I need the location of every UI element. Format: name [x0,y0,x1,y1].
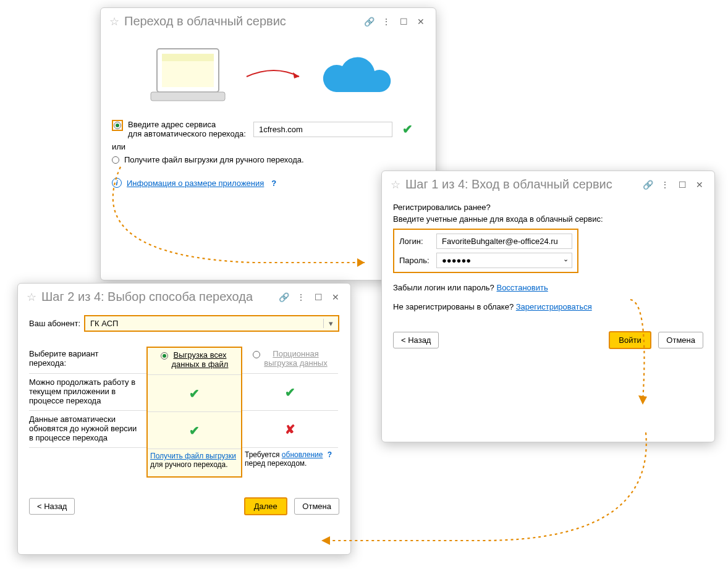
check-icon: ✔ [189,386,200,401]
forgot-text: Забыли логин или пароль? [393,283,494,292]
not-registered-text: Не зарегистрированы в облаке? [393,302,514,311]
option-portion-link[interactable]: Порционнаявыгрузка данных [264,349,327,371]
registered-question: Регистрировались ранее? [393,203,703,212]
maximize-icon[interactable]: ☐ [397,17,410,27]
choose-variant-label: Выберите вариантперехода: [29,347,146,374]
option-full-link[interactable]: Выгрузка всехданных в файл [172,350,229,372]
back-button[interactable]: < Назад [29,498,75,515]
svg-marker-4 [293,72,299,78]
maximize-icon[interactable]: ☐ [676,180,688,190]
star-icon[interactable]: ☆ [109,15,119,28]
close-icon[interactable]: ✕ [329,292,342,302]
radio-auto-highlight [112,120,123,131]
radio-manual[interactable] [112,156,119,164]
option-full-export[interactable]: Выгрузка всехданных в файл ✔ ✔ Получить … [146,347,242,478]
titlebar: ☆ Шаг 2 из 4: Выбор способа перехода 🔗 ⋮… [18,284,350,310]
update-link[interactable]: обновление [282,450,323,459]
cloud-icon [318,49,392,104]
titlebar: ☆ Шаг 1 из 4: Вход в облачный сервис 🔗 ⋮… [382,171,714,198]
maximize-icon[interactable]: ☐ [312,292,324,302]
radio-auto[interactable] [114,122,121,129]
cross-icon: ✘ [285,422,295,437]
chevron-down-icon[interactable]: ▾ [323,319,333,328]
row1-label: Можно продолжать работу втекущем приложе… [29,374,146,411]
window-step1-login: ☆ Шаг 1 из 4: Вход в облачный сервис 🔗 ⋮… [381,171,715,442]
svg-rect-2 [162,54,214,61]
radio-auto-label: Введите адрес сервиса для автоматическог… [128,120,248,138]
abonent-select[interactable]: ГК АСП ▾ [84,315,339,332]
info-icon: i [112,178,122,188]
star-icon[interactable]: ☆ [391,178,400,192]
register-link[interactable]: Зарегистрироваться [516,302,592,311]
radio-full-export[interactable] [161,352,168,360]
window-title: Шаг 1 из 4: Вход в облачный сервис [405,177,637,192]
svg-rect-3 [151,92,225,101]
window-title: Переход в облачный сервис [124,14,358,28]
credentials-box: Логин: Пароль: ⌄ [393,229,578,273]
cancel-button[interactable]: Отмена [294,498,339,515]
service-address-input[interactable] [253,122,392,137]
reveal-password-icon[interactable]: ⌄ [563,255,569,263]
close-icon[interactable]: ✕ [693,180,706,190]
menu-icon[interactable]: ⋮ [659,180,671,190]
cancel-button[interactable]: Отмена [658,332,703,348]
window-step2-method: ☆ Шаг 2 из 4: Выбор способа перехода 🔗 ⋮… [17,283,351,555]
check-icon: ✔ [285,385,295,400]
link-icon[interactable]: 🔗 [641,180,654,190]
check-icon: ✔ [402,122,413,137]
titlebar: ☆ Переход в облачный сервис 🔗 ⋮ ☐ ✕ [101,8,436,35]
back-button[interactable]: < Назад [393,332,439,348]
option-portion-export[interactable]: Порционнаявыгрузка данных ✔ ✘ Требуется … [242,347,338,478]
laptop-icon [145,46,231,107]
close-icon[interactable]: ✕ [415,17,427,27]
app-size-info-link[interactable]: Информация о размере приложения [127,179,264,188]
link-icon[interactable]: 🔗 [277,292,290,302]
link-icon[interactable]: 🔗 [363,17,375,27]
restore-link[interactable]: Восстановить [496,283,548,292]
help-icon[interactable]: ? [271,179,276,188]
radio-manual-label: Получите файл выгрузки для ручного перех… [124,155,304,164]
enter-creds-text: Введите учетные данные для входа в облач… [393,214,703,224]
check-icon: ✔ [189,423,200,438]
help-icon[interactable]: ? [328,450,332,459]
illustration [112,40,425,120]
get-export-file-link[interactable]: Получить файл выгрузки [150,452,236,460]
login-input[interactable] [436,234,572,249]
menu-icon[interactable]: ⋮ [295,292,307,302]
row2-label: Данные автоматическиобновятся до нужной … [29,411,146,448]
radio-portion-export[interactable] [253,351,260,358]
connector-2-to-3 [309,429,655,553]
menu-icon[interactable]: ⋮ [380,17,392,27]
next-button[interactable]: Далее [244,497,287,515]
password-label: Пароль: [399,256,433,265]
arrow-icon [243,61,305,92]
login-label: Логин: [399,237,433,246]
abonent-label: Ваш абонент: [29,319,80,328]
star-icon[interactable]: ☆ [27,290,36,304]
login-button[interactable]: Войти [609,331,651,349]
password-input[interactable] [436,253,572,268]
window-title: Шаг 2 из 4: Выбор способа перехода [41,290,273,304]
or-label: или [112,142,425,151]
